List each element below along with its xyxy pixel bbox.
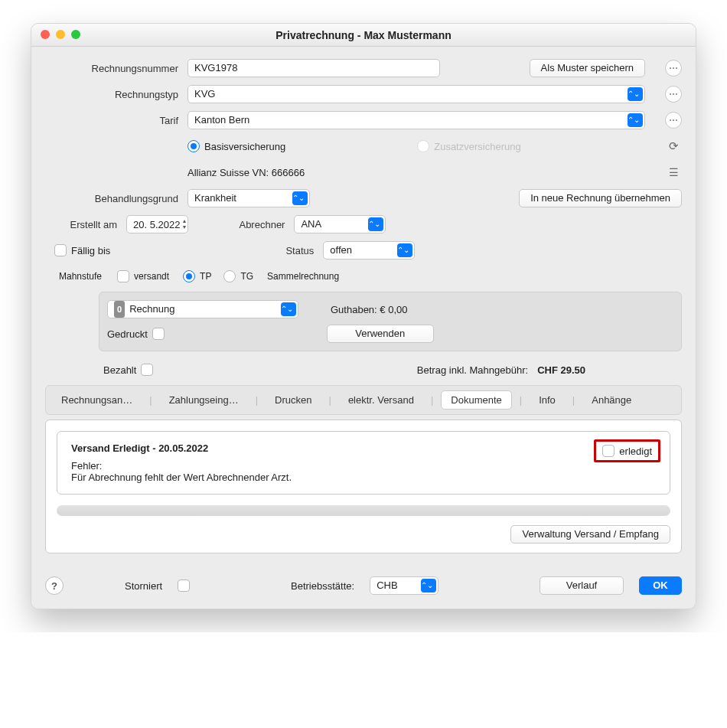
rechnung-select[interactable]: 0 Rechnung ⌃⌄ — [107, 300, 298, 318]
betrag-label: Betrag inkl. Mahngebühr: — [417, 364, 528, 376]
close-icon[interactable] — [41, 30, 50, 39]
documents-panel: Versand Erledigt - 20.05.2022 Fehler: Fü… — [45, 419, 682, 553]
tp-radio[interactable] — [183, 270, 195, 282]
gedruckt-checkbox[interactable] — [152, 328, 165, 340]
versandt-checkbox[interactable] — [117, 270, 129, 282]
storniert-label: Storniert — [125, 580, 162, 592]
als-muster-speichern-button[interactable]: Als Muster speichern — [530, 59, 645, 77]
tg-radio[interactable] — [223, 270, 236, 282]
tab-dokumente[interactable]: Dokumente — [441, 390, 511, 410]
tab-drucken[interactable]: Drucken — [266, 391, 321, 409]
erledigt-checkbox[interactable] — [602, 445, 615, 457]
bezahlt-label: Bezahlt — [103, 364, 136, 376]
doc-error-text: Für Abrechnung fehlt der Wert Abrechnend… — [71, 472, 656, 483]
versicherung-info: Allianz Suisse VN: 666666 — [187, 167, 305, 178]
basisversicherung-radio[interactable] — [187, 140, 200, 152]
abrechner-select[interactable]: ANA⌃⌄ — [294, 215, 386, 233]
betriebsstaette-select[interactable]: CHB⌃⌄ — [370, 576, 438, 595]
storniert-checkbox[interactable] — [178, 579, 190, 592]
betrag-value: CHF 29.50 — [537, 364, 585, 376]
zoom-icon[interactable] — [71, 30, 80, 39]
betriebsstaette-label: Betriebsstätte: — [291, 580, 354, 592]
more-icon[interactable]: ⋯ — [665, 60, 682, 77]
faellig-bis-checkbox[interactable] — [54, 244, 67, 256]
tab-anhaenge[interactable]: Anhänge — [582, 391, 641, 409]
rechnung-panel: 0 Rechnung ⌃⌄ Guthaben: € 0,00 Gedruckt … — [99, 292, 682, 351]
refresh-icon[interactable]: ⟳ — [665, 138, 682, 155]
rechnungsnummer-field[interactable]: KVG1978 — [187, 59, 440, 77]
scrollbar[interactable] — [57, 505, 670, 516]
guthaben-label: Guthaben: € 0,00 — [331, 304, 407, 315]
erstellt-am-label: Erstellt am — [45, 219, 122, 230]
mahnstufe-label: Mahnstufe — [59, 271, 102, 282]
more-icon[interactable]: ⋯ — [665, 112, 682, 129]
tab-bar: Rechnungsan…| Zahlungseing…| Drucken| el… — [45, 385, 682, 415]
erstellt-am-field[interactable]: 20. 5.2022 ▴▾ — [126, 215, 188, 233]
faellig-bis-label: Fällig bis — [71, 245, 110, 256]
gedruckt-label: Gedruckt — [107, 328, 148, 340]
tab-elektr-versand[interactable]: elektr. Versand — [339, 391, 423, 409]
tarif-label: Tarif — [45, 115, 183, 126]
behandlungsgrund-label: Behandlungsgrund — [45, 193, 183, 204]
doc-error-label: Fehler: — [71, 460, 656, 472]
tarif-select[interactable]: Kanton Bern⌃⌄ — [187, 111, 645, 129]
bezahlt-checkbox[interactable] — [141, 364, 153, 376]
rechnungstyp-label: Rechnungstyp — [45, 89, 183, 100]
help-button[interactable]: ? — [45, 576, 64, 595]
abrechner-label: Abrechner — [228, 219, 289, 230]
erledigt-label: erledigt — [619, 446, 652, 457]
more-icon[interactable]: ⋯ — [665, 86, 682, 103]
doc-title: Versand Erledigt - 20.05.2022 — [71, 442, 656, 454]
dialog-window: Privatrechnung - Max Mustermann Rechnung… — [31, 23, 696, 609]
in-neue-rechnung-button[interactable]: In neue Rechnung übernehmen — [519, 189, 682, 207]
verwenden-button[interactable]: Verwenden — [327, 325, 434, 343]
zusatzversicherung-radio — [417, 140, 429, 152]
status-label: Status — [257, 245, 318, 256]
list-icon[interactable]: ☰ — [665, 164, 682, 181]
sammelrechnung-label: Sammelrechnung — [267, 271, 339, 282]
minimize-icon[interactable] — [56, 30, 65, 39]
versandt-label: versandt — [134, 271, 169, 282]
tab-rechnungsanschrift[interactable]: Rechnungsan… — [52, 391, 142, 409]
erledigt-highlight: erledigt — [594, 439, 660, 462]
basisversicherung-label: Basisversicherung — [204, 141, 285, 152]
document-card: Versand Erledigt - 20.05.2022 Fehler: Fü… — [57, 431, 670, 495]
verlauf-button[interactable]: Verlauf — [540, 576, 624, 595]
tg-label: TG — [240, 271, 253, 282]
tab-zahlungseingang[interactable]: Zahlungseing… — [160, 391, 248, 409]
verwaltung-versand-button[interactable]: Verwaltung Versand / Empfang — [510, 525, 670, 544]
behandlungsgrund-select[interactable]: Krankheit⌃⌄ — [187, 189, 310, 207]
tp-label: TP — [200, 271, 211, 282]
titlebar: Privatrechnung - Max Mustermann — [31, 24, 696, 47]
rechnungsnummer-label: Rechnungsnummer — [45, 63, 183, 74]
tab-info[interactable]: Info — [530, 391, 565, 409]
window-title: Privatrechnung - Max Mustermann — [275, 29, 452, 41]
zusatzversicherung-label: Zusatzversicherung — [434, 141, 520, 152]
step-down-icon[interactable]: ▾ — [183, 224, 186, 230]
ok-button[interactable]: OK — [639, 576, 682, 595]
rechnungstyp-select[interactable]: KVG⌃⌄ — [187, 85, 645, 103]
status-select[interactable]: offen⌃⌄ — [323, 241, 415, 260]
